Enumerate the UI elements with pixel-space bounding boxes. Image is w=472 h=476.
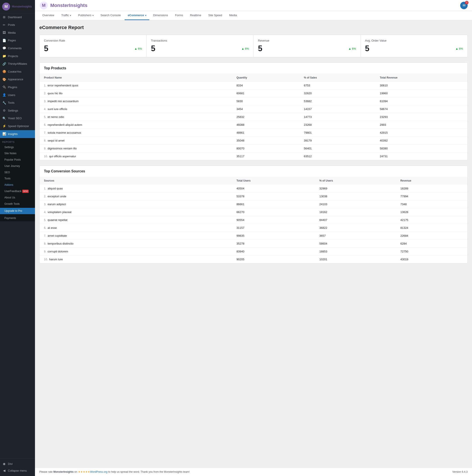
sidebar-item-addons[interactable]: Addons — [0, 182, 35, 188]
sidebar-item-projects[interactable]: 📁 Projects — [0, 52, 35, 60]
tab-ecommerce[interactable]: eCommerce ▾ — [125, 11, 149, 20]
tab-media[interactable]: Media — [226, 11, 240, 20]
top-conversion-sources-section: Top Conversion Sources Sources Total Use… — [39, 166, 468, 263]
stat-conversion-rate-value: 5 — [44, 44, 48, 53]
pct-sales-cell: 53682 — [299, 97, 375, 105]
table-row: 5.et nemo odio 25832 14773 23293 — [40, 113, 467, 121]
sidebar-item-sitenotes[interactable]: Site Notes — [0, 150, 35, 157]
tab-traffic[interactable]: Traffic ▾ — [58, 11, 74, 20]
table-row: 8.sequi id amet 35048 39179 40392 — [40, 137, 467, 145]
sidebar-item-label: Yoast SEO — [8, 116, 22, 120]
sidebar-item-popularposts[interactable]: Popular Posts — [0, 157, 35, 163]
sidebar-item-settings[interactable]: ⚙ Settings — [0, 107, 35, 115]
sidebar-item-label: ThirstyAffiliates — [8, 62, 27, 66]
sidebar-item-appearance[interactable]: 🎨 Appearance — [0, 76, 35, 84]
submenu-popularposts-label: Popular Posts — [4, 158, 21, 162]
sidebar-item-reports-tools[interactable]: Tools — [0, 175, 35, 182]
pct-users-cell: 13038 — [315, 192, 396, 200]
sidebar-item-label: Insights — [8, 132, 18, 136]
total-users-cell: 53378 — [232, 192, 315, 200]
submenu-userjourney-label: User Journey — [4, 164, 20, 168]
product-name-cell: 1.error reprehenderit quos — [40, 82, 232, 89]
tab-publishers[interactable]: Publishers ▾ — [75, 11, 97, 20]
stats-row: Conversion Rate 5 ▲ 6% Transactions 5 ▲ … — [39, 35, 468, 57]
tab-forms[interactable]: Forms — [172, 11, 186, 20]
row-num: 3. — [44, 100, 46, 103]
sidebar-item-userjourney[interactable]: User Journey — [0, 163, 35, 169]
total-users-cell: 66270 — [232, 208, 315, 216]
settings-icon: ⚙ — [2, 108, 6, 113]
row-num: 1. — [44, 187, 46, 190]
sidebar-item-divi[interactable]: ◉ Divi — [2, 460, 33, 467]
table-row: 4.voluptatem placeat 66270 18162 13628 — [40, 208, 467, 216]
pct-users-cell: 18162 — [315, 208, 396, 216]
sidebar-item-aboutus[interactable]: About Us — [0, 194, 35, 201]
topbar-actions: ✉ 0 — [460, 2, 468, 9]
sidebar-item-growthtools[interactable]: Growth Tools — [0, 201, 35, 207]
wordpress-link[interactable]: WordPress.org — [90, 470, 108, 473]
notification-bell[interactable]: ✉ 0 — [460, 2, 468, 9]
total-users-cell: 31157 — [232, 224, 315, 232]
sidebar-item-plugins[interactable]: 🔌 Plugins — [0, 83, 35, 91]
speed-icon: ⚡ — [2, 124, 6, 128]
row-num: 6. — [44, 123, 46, 126]
star-rating: ★★★★★ — [78, 470, 90, 473]
product-name-cell: 9.dignissimos veniam illo — [40, 145, 232, 153]
tab-dimensions[interactable]: Dimensions — [150, 11, 171, 20]
stat-conversion-rate-change: ▲ 6% — [134, 47, 142, 50]
top-products-table: Product Name Quantity % of Sales Total R… — [40, 74, 467, 160]
product-name-cell: 3.impedit nisi accusantium — [40, 97, 232, 105]
tab-searchconsole[interactable]: Search Console — [98, 11, 124, 20]
revenue-cell: 42175 — [396, 216, 467, 224]
sidebar-collapse-label: Collapse menu — [8, 469, 27, 473]
sidebar-item-payments[interactable]: Payments — [0, 215, 35, 221]
quantity-cell: 60681 — [232, 89, 299, 97]
quantity-cell: 5830 — [232, 97, 299, 105]
footer-version: Version 6.4.3 — [452, 470, 468, 473]
sidebar-item-tools[interactable]: 🔧 Tools — [0, 99, 35, 107]
revenue-cell: 7348 — [396, 200, 467, 208]
table-row: 6.at esse 31157 36822 81324 — [40, 224, 467, 232]
sidebar-item-thirstyaffiliates[interactable]: 🔗 ThirstyAffiliates — [0, 60, 35, 68]
main-content: M MonsterInsights ✉ 0 Overview Traffic ▾… — [35, 0, 472, 476]
sidebar-item-userfeedback[interactable]: UserFeedback NEW — [0, 188, 35, 194]
sidebar-item-label: Dashboard — [8, 15, 22, 19]
sidebar-item-posts[interactable]: ✏ Posts — [0, 21, 35, 29]
sidebar-item-media[interactable]: 🖼 Media — [0, 29, 35, 37]
submenu-upgrade-label: Upgrade to Pro — [4, 209, 22, 213]
sidebar-item-pages[interactable]: 📄 Pages — [0, 37, 35, 45]
appearance-icon: 🎨 — [2, 77, 6, 82]
sidebar-item-seo[interactable]: SEO — [0, 169, 35, 176]
sidebar-item-insights[interactable]: 📊 Insights — [0, 130, 35, 138]
sidebar-item-yoastseo[interactable]: 🔍 Yoast SEO — [0, 115, 35, 122]
row-num: 5. — [44, 218, 46, 221]
sidebar-item-speedoptimizer[interactable]: ⚡ Speed Optimizer — [0, 122, 35, 130]
table-row: 9.corrupti dolorem 83940 18853 72750 — [40, 248, 467, 255]
sidebar-item-upgradetopro[interactable]: Upgrade to Pro — [0, 208, 35, 214]
stat-conversion-rate-label: Conversion Rate — [44, 39, 142, 42]
sidebar-item-cookieyes[interactable]: 🍪 CookieYes — [0, 68, 35, 76]
pct-sales-cell: 14773 — [299, 113, 375, 121]
sidebar-item-label: Projects — [8, 54, 18, 58]
tab-overview[interactable]: Overview — [39, 11, 57, 20]
media-icon: 🖼 — [2, 31, 6, 35]
posts-icon: ✏ — [2, 23, 6, 27]
row-num: 2. — [44, 92, 46, 95]
product-name-cell: 2.quos hic illo — [40, 89, 232, 97]
sidebar-item-users[interactable]: 👤 Users — [0, 91, 35, 99]
pct-users-cell: 32969 — [315, 185, 396, 192]
sidebar-item-reports-settings[interactable]: Settings — [0, 144, 35, 151]
table-row: 2.quos hic illo 60681 32620 19960 — [40, 89, 467, 97]
tab-sitespeed[interactable]: Site Speed — [205, 11, 225, 20]
sidebar-item-dashboard[interactable]: ⊞ Dashboard — [0, 13, 35, 21]
tab-realtime[interactable]: Realtime — [187, 11, 204, 20]
sidebar-item-collapse[interactable]: ◀ Collapse menu — [2, 467, 33, 474]
submenu-seo-label: SEO — [4, 171, 10, 174]
sidebar-item-comments[interactable]: 💬 Comments — [0, 44, 35, 52]
revenue-cell: 13628 — [396, 208, 467, 216]
stat-transactions-label: Transactions — [151, 39, 249, 42]
navtabs: Overview Traffic ▾ Publishers ▾ Search C… — [35, 11, 472, 20]
sidebar-logo-text: MonsterInsights — [12, 5, 32, 8]
stat-avg-order-value: Avg. Order Value 5 ▲ 6% — [361, 35, 468, 57]
bell-icon: ✉ — [463, 3, 465, 7]
